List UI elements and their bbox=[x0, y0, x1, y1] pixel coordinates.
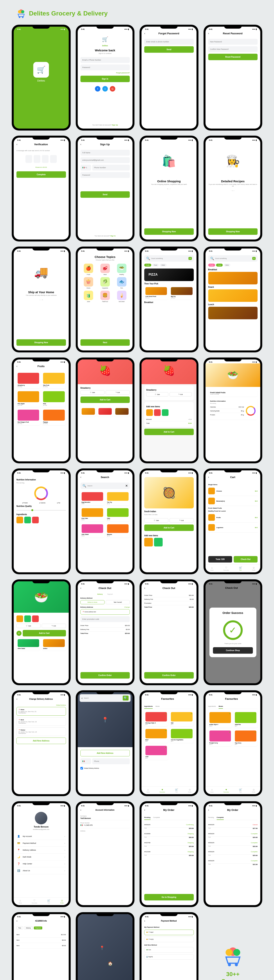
topic-item[interactable]: 🍔FastFood bbox=[98, 291, 112, 302]
safe-action[interactable]: ⚪ Safe bbox=[81, 390, 105, 395]
email-input[interactable] bbox=[144, 39, 194, 45]
back-icon[interactable]: ‹ bbox=[82, 697, 82, 700]
tab-complete[interactable]: Complete bbox=[217, 815, 224, 820]
back-icon[interactable]: ‹ bbox=[16, 364, 17, 368]
fav-card[interactable]: ♥Chili$0.5 bbox=[144, 745, 168, 760]
topic-item[interactable]: 🥗Healthy bbox=[114, 264, 129, 275]
confirm-button[interactable]: Confirm Order bbox=[144, 672, 194, 679]
menu-item[interactable]: 🌙Dark Mode› bbox=[16, 854, 66, 861]
otp-input[interactable] bbox=[42, 155, 49, 163]
complete-button[interactable]: Complete bbox=[16, 171, 66, 178]
topic-item[interactable]: 🐟Fish bbox=[114, 277, 129, 289]
cod-item[interactable]: 💵 Cod bbox=[144, 947, 194, 953]
search-result[interactable]: Egg Benedict$4.20 bbox=[81, 491, 104, 506]
search-bar[interactable]: 🔍⚙ bbox=[208, 255, 258, 262]
next-button[interactable]: Next bbox=[81, 339, 130, 346]
nav-fav[interactable]: ♥Favourites bbox=[223, 788, 229, 792]
banner-snack[interactable] bbox=[208, 289, 258, 302]
country-select[interactable]: 🇮🇹 +1 bbox=[81, 165, 91, 170]
back-icon[interactable]: ‹ bbox=[16, 143, 17, 146]
tab-payment[interactable]: Payment bbox=[34, 926, 43, 929]
related-card[interactable] bbox=[81, 407, 96, 417]
edit-action[interactable]: ✎ Edit bbox=[106, 390, 130, 395]
tab-ingredients[interactable]: Ingredients bbox=[144, 704, 153, 709]
nav-fav[interactable]: ♡Favourites bbox=[32, 899, 37, 904]
topic-item[interactable]: 🍦IceCream bbox=[114, 291, 129, 302]
back-icon[interactable]: ‹ bbox=[144, 586, 145, 590]
tab-meals[interactable]: Meals bbox=[219, 704, 223, 709]
fav-card[interactable]: ♥Shrimps Style 4$2.0 bbox=[144, 711, 168, 726]
fav-card[interactable]: ♥Veg Curry$9.0 bbox=[234, 729, 258, 746]
change-link[interactable]: Change bbox=[124, 606, 130, 608]
nav-home[interactable]: ⌂Home bbox=[19, 899, 22, 904]
filter-icon[interactable]: ⚙ bbox=[188, 257, 192, 260]
edit-action[interactable]: ✎ Edit bbox=[169, 518, 193, 523]
topic-item[interactable]: 🥬Vegetable bbox=[98, 277, 112, 289]
nav-cart[interactable]: 🛒Cart bbox=[239, 788, 242, 792]
menu-item[interactable]: 👤My Account› bbox=[16, 833, 66, 840]
order-item[interactable]: #453425Confirming bbox=[144, 822, 194, 827]
tab-ingredients[interactable]: Ingredients bbox=[208, 704, 216, 709]
food-card[interactable]: Olive Salad bbox=[16, 638, 40, 651]
order-item[interactable]: #412348Shipping bbox=[144, 849, 194, 854]
fav-card[interactable]: ♥Punjab Curry$11.0 bbox=[208, 729, 232, 746]
shopping-button[interactable]: Go to Shopping bbox=[144, 894, 194, 900]
fruit-card[interactable]: Red Dragon Fruit$0.40/kg bbox=[16, 409, 40, 425]
card-item[interactable]: 💳 ****4323 bbox=[144, 937, 194, 942]
banner-lunch[interactable] bbox=[208, 307, 258, 319]
add-cart-button[interactable]: Add to Cart bbox=[23, 630, 66, 636]
food-card[interactable]: Setton bbox=[42, 638, 66, 651]
default-checkbox[interactable] bbox=[81, 767, 83, 770]
order-item[interactable]: #443425Cancel bbox=[208, 822, 258, 827]
fruit-card[interactable]: Papaya$0.80/kg bbox=[42, 409, 66, 425]
add-cart-button[interactable]: Add to Cart bbox=[144, 525, 194, 531]
signin-link[interactable]: Sign In bbox=[110, 235, 116, 237]
back-icon[interactable]: ‹ bbox=[208, 808, 209, 811]
search-result[interactable]: The Fry$3.20 bbox=[106, 491, 130, 506]
safe-action[interactable]: ⚪ Safe bbox=[146, 392, 168, 396]
card-item[interactable]: 💳 ****4847 bbox=[144, 930, 194, 935]
add-cart-button[interactable]: Add to Cart bbox=[144, 429, 194, 435]
signin-button[interactable]: Sign In bbox=[81, 76, 130, 82]
deliver-home[interactable]: Deliver to Home bbox=[81, 600, 105, 604]
search-bar[interactable]: 🔍✕ bbox=[81, 482, 130, 489]
back-icon[interactable]: ‹ bbox=[16, 919, 17, 923]
country-select[interactable]: 🇮🇹 bbox=[81, 758, 91, 764]
back-icon[interactable]: ‹ bbox=[81, 808, 81, 811]
related-card[interactable] bbox=[114, 407, 130, 417]
fav-card[interactable]: ♥Carrots Vegetables$1.0 bbox=[170, 728, 193, 743]
back-icon[interactable]: ‹ bbox=[81, 143, 81, 146]
nav-profile[interactable]: ☺Profile bbox=[252, 566, 255, 571]
topic-item[interactable]: 🍎Fruits bbox=[81, 264, 96, 275]
menu-item[interactable]: 💳Payment Method› bbox=[16, 840, 66, 847]
fav-card[interactable]: ♥Beef$3.0 bbox=[144, 728, 168, 743]
banner-pizza[interactable]: PIZZA bbox=[144, 269, 194, 281]
banner-breakfast[interactable] bbox=[208, 272, 258, 285]
address-card[interactable]: 📍 Home address text bbox=[81, 609, 130, 615]
facebook-button[interactable]: f bbox=[95, 86, 100, 92]
topic-item[interactable]: 🥩Meat bbox=[98, 264, 112, 275]
nav-cart[interactable]: 🛒Cart bbox=[47, 899, 50, 904]
safe-action[interactable]: ⚪ Safe bbox=[144, 518, 168, 523]
continue-button[interactable]: Continue Shop bbox=[213, 647, 253, 654]
chip-drink[interactable]: Drink bbox=[160, 264, 166, 267]
back-icon[interactable]: ‹ bbox=[81, 586, 81, 590]
otp-input[interactable] bbox=[50, 155, 57, 163]
signup-link[interactable]: Sign Up bbox=[112, 124, 118, 126]
filter-icon[interactable]: ⚙ bbox=[252, 257, 256, 260]
back-icon[interactable]: ‹ bbox=[208, 32, 209, 35]
take-yourself[interactable]: Take Yourself bbox=[106, 600, 130, 604]
email-input[interactable] bbox=[81, 57, 130, 63]
topic-item[interactable]: 🧃Juice bbox=[81, 291, 96, 302]
nav-fav[interactable]: ♥Favourites bbox=[160, 788, 165, 792]
order-item[interactable]: #453425Complete bbox=[208, 849, 258, 854]
search-result[interactable]: Banana$2.00 bbox=[106, 523, 130, 538]
search-result[interactable]: Oats Salad$3.10 bbox=[81, 523, 104, 538]
cart-item[interactable]: Legumes$4.0 bbox=[208, 523, 258, 533]
otp-input[interactable] bbox=[25, 155, 32, 163]
chip-drink[interactable]: Drink bbox=[224, 264, 230, 267]
nav-home[interactable]: ⌂Home bbox=[211, 788, 214, 792]
cart-item[interactable]: Fruits$3.0 bbox=[208, 512, 258, 523]
address-item[interactable]: 📍 Work83, Sunset Ton, New York, USTodi B… bbox=[16, 717, 66, 726]
map-view[interactable]: 📍 🏠 bbox=[78, 914, 133, 980]
